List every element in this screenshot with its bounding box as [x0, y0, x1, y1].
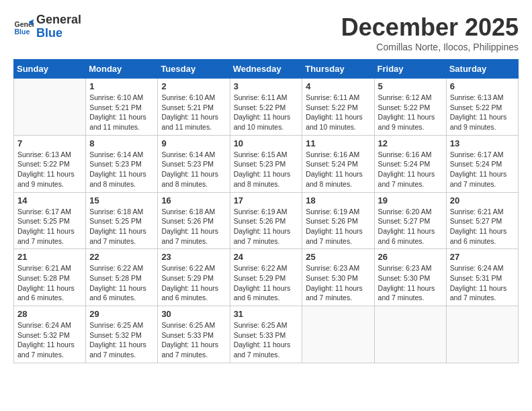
- day-info: Sunrise: 6:10 AMSunset: 5:21 PMDaylight:…: [89, 93, 154, 132]
- day-number: 11: [306, 138, 370, 148]
- calendar-cell: 26Sunrise: 6:23 AMSunset: 5:30 PMDayligh…: [374, 249, 446, 306]
- day-info: Sunrise: 6:19 AMSunset: 5:26 PMDaylight:…: [234, 207, 299, 246]
- day-info: Sunrise: 6:22 AMSunset: 5:29 PMDaylight:…: [234, 263, 299, 303]
- calendar-cell: 12Sunrise: 6:16 AMSunset: 5:24 PMDayligh…: [374, 135, 446, 192]
- calendar-cell: 3Sunrise: 6:11 AMSunset: 5:22 PMDaylight…: [230, 79, 302, 136]
- day-info: Sunrise: 6:10 AMSunset: 5:21 PMDaylight:…: [161, 93, 226, 132]
- day-info: Sunrise: 6:13 AMSunset: 5:22 PMDaylight:…: [17, 150, 82, 189]
- day-number: 3: [234, 81, 299, 91]
- day-number: 24: [234, 252, 299, 262]
- calendar-cell: 25Sunrise: 6:23 AMSunset: 5:30 PMDayligh…: [302, 249, 374, 306]
- calendar-cell: 6Sunrise: 6:13 AMSunset: 5:22 PMDaylight…: [446, 79, 518, 136]
- day-number: 18: [306, 195, 370, 205]
- calendar-cell: 11Sunrise: 6:16 AMSunset: 5:24 PMDayligh…: [302, 135, 374, 192]
- calendar-cell: [14, 79, 86, 136]
- calendar-cell: [374, 306, 446, 363]
- day-number: 27: [450, 252, 515, 262]
- day-info: Sunrise: 6:24 AMSunset: 5:31 PMDaylight:…: [450, 263, 515, 303]
- day-info: Sunrise: 6:18 AMSunset: 5:26 PMDaylight:…: [161, 207, 226, 246]
- day-number: 5: [378, 81, 443, 91]
- calendar-cell: 17Sunrise: 6:19 AMSunset: 5:26 PMDayligh…: [230, 192, 302, 249]
- day-info: Sunrise: 6:25 AMSunset: 5:33 PMDaylight:…: [234, 320, 299, 360]
- day-number: 22: [89, 252, 154, 262]
- logo: General Blue GeneralBlue: [13, 13, 81, 40]
- calendar-cell: 18Sunrise: 6:19 AMSunset: 5:26 PMDayligh…: [302, 192, 374, 249]
- day-number: 31: [234, 309, 299, 319]
- day-number: 12: [378, 138, 443, 148]
- weekday-header-thursday: Thursday: [302, 60, 374, 79]
- calendar-cell: 22Sunrise: 6:22 AMSunset: 5:28 PMDayligh…: [86, 249, 158, 306]
- day-number: 25: [306, 252, 370, 262]
- svg-text:Blue: Blue: [15, 27, 30, 35]
- calendar-cell: 19Sunrise: 6:20 AMSunset: 5:27 PMDayligh…: [374, 192, 446, 249]
- calendar-cell: 5Sunrise: 6:12 AMSunset: 5:22 PMDaylight…: [374, 79, 446, 136]
- weekday-header-monday: Monday: [86, 60, 158, 79]
- day-info: Sunrise: 6:13 AMSunset: 5:22 PMDaylight:…: [450, 93, 515, 132]
- logo-text: GeneralBlue: [36, 13, 81, 40]
- location: Comillas Norte, Ilocos, Philippines: [341, 42, 519, 52]
- day-number: 13: [450, 138, 515, 148]
- day-number: 23: [161, 252, 226, 262]
- day-info: Sunrise: 6:16 AMSunset: 5:24 PMDaylight:…: [306, 150, 370, 189]
- weekday-header-row: SundayMondayTuesdayWednesdayThursdayFrid…: [14, 60, 519, 79]
- calendar-cell: 7Sunrise: 6:13 AMSunset: 5:22 PMDaylight…: [14, 135, 86, 192]
- day-info: Sunrise: 6:14 AMSunset: 5:23 PMDaylight:…: [89, 150, 154, 189]
- calendar-cell: 16Sunrise: 6:18 AMSunset: 5:26 PMDayligh…: [158, 192, 230, 249]
- day-info: Sunrise: 6:23 AMSunset: 5:30 PMDaylight:…: [306, 263, 370, 303]
- calendar: SundayMondayTuesdayWednesdayThursdayFrid…: [13, 59, 519, 363]
- day-number: 19: [378, 195, 443, 205]
- day-number: 2: [161, 81, 226, 91]
- day-number: 16: [161, 195, 226, 205]
- day-number: 10: [234, 138, 299, 148]
- week-row-4: 28Sunrise: 6:24 AMSunset: 5:32 PMDayligh…: [14, 306, 519, 363]
- day-info: Sunrise: 6:11 AMSunset: 5:22 PMDaylight:…: [306, 93, 370, 132]
- day-info: Sunrise: 6:23 AMSunset: 5:30 PMDaylight:…: [378, 263, 443, 303]
- calendar-cell: 20Sunrise: 6:21 AMSunset: 5:27 PMDayligh…: [446, 192, 518, 249]
- day-number: 26: [378, 252, 443, 262]
- calendar-cell: 9Sunrise: 6:14 AMSunset: 5:23 PMDaylight…: [158, 135, 230, 192]
- calendar-cell: 30Sunrise: 6:25 AMSunset: 5:33 PMDayligh…: [158, 306, 230, 363]
- calendar-cell: 24Sunrise: 6:22 AMSunset: 5:29 PMDayligh…: [230, 249, 302, 306]
- calendar-cell: 4Sunrise: 6:11 AMSunset: 5:22 PMDaylight…: [302, 79, 374, 136]
- day-number: 17: [234, 195, 299, 205]
- day-number: 21: [17, 252, 82, 262]
- day-info: Sunrise: 6:17 AMSunset: 5:24 PMDaylight:…: [450, 150, 515, 189]
- calendar-cell: 21Sunrise: 6:21 AMSunset: 5:28 PMDayligh…: [14, 249, 86, 306]
- weekday-header-sunday: Sunday: [14, 60, 86, 79]
- calendar-cell: 27Sunrise: 6:24 AMSunset: 5:31 PMDayligh…: [446, 249, 518, 306]
- day-info: Sunrise: 6:11 AMSunset: 5:22 PMDaylight:…: [234, 93, 299, 132]
- week-row-1: 7Sunrise: 6:13 AMSunset: 5:22 PMDaylight…: [14, 135, 519, 192]
- calendar-cell: 29Sunrise: 6:25 AMSunset: 5:32 PMDayligh…: [86, 306, 158, 363]
- day-info: Sunrise: 6:21 AMSunset: 5:27 PMDaylight:…: [450, 207, 515, 246]
- week-row-0: 1Sunrise: 6:10 AMSunset: 5:21 PMDaylight…: [14, 79, 519, 136]
- calendar-cell: 2Sunrise: 6:10 AMSunset: 5:21 PMDaylight…: [158, 79, 230, 136]
- day-number: 6: [450, 81, 515, 91]
- day-number: 7: [17, 138, 82, 148]
- week-row-3: 21Sunrise: 6:21 AMSunset: 5:28 PMDayligh…: [14, 249, 519, 306]
- calendar-cell: 13Sunrise: 6:17 AMSunset: 5:24 PMDayligh…: [446, 135, 518, 192]
- day-info: Sunrise: 6:14 AMSunset: 5:23 PMDaylight:…: [161, 150, 226, 189]
- calendar-cell: 23Sunrise: 6:22 AMSunset: 5:29 PMDayligh…: [158, 249, 230, 306]
- calendar-cell: 28Sunrise: 6:24 AMSunset: 5:32 PMDayligh…: [14, 306, 86, 363]
- day-info: Sunrise: 6:25 AMSunset: 5:32 PMDaylight:…: [89, 320, 154, 360]
- day-info: Sunrise: 6:17 AMSunset: 5:25 PMDaylight:…: [17, 207, 82, 246]
- day-number: 4: [306, 81, 370, 91]
- day-number: 8: [89, 138, 154, 148]
- day-number: 14: [17, 195, 82, 205]
- day-number: 20: [450, 195, 515, 205]
- weekday-header-friday: Friday: [374, 60, 446, 79]
- week-row-2: 14Sunrise: 6:17 AMSunset: 5:25 PMDayligh…: [14, 192, 519, 249]
- calendar-cell: 15Sunrise: 6:18 AMSunset: 5:25 PMDayligh…: [86, 192, 158, 249]
- title-section: December 2025 Comillas Norte, Ilocos, Ph…: [341, 13, 519, 52]
- calendar-cell: 1Sunrise: 6:10 AMSunset: 5:21 PMDaylight…: [86, 79, 158, 136]
- weekday-header-tuesday: Tuesday: [158, 60, 230, 79]
- day-info: Sunrise: 6:18 AMSunset: 5:25 PMDaylight:…: [89, 207, 154, 246]
- day-info: Sunrise: 6:24 AMSunset: 5:32 PMDaylight:…: [17, 320, 82, 360]
- day-info: Sunrise: 6:25 AMSunset: 5:33 PMDaylight:…: [161, 320, 226, 360]
- calendar-cell: 31Sunrise: 6:25 AMSunset: 5:33 PMDayligh…: [230, 306, 302, 363]
- day-number: 30: [161, 309, 226, 319]
- day-info: Sunrise: 6:20 AMSunset: 5:27 PMDaylight:…: [378, 207, 443, 246]
- day-number: 15: [89, 195, 154, 205]
- day-info: Sunrise: 6:15 AMSunset: 5:23 PMDaylight:…: [234, 150, 299, 189]
- calendar-cell: 10Sunrise: 6:15 AMSunset: 5:23 PMDayligh…: [230, 135, 302, 192]
